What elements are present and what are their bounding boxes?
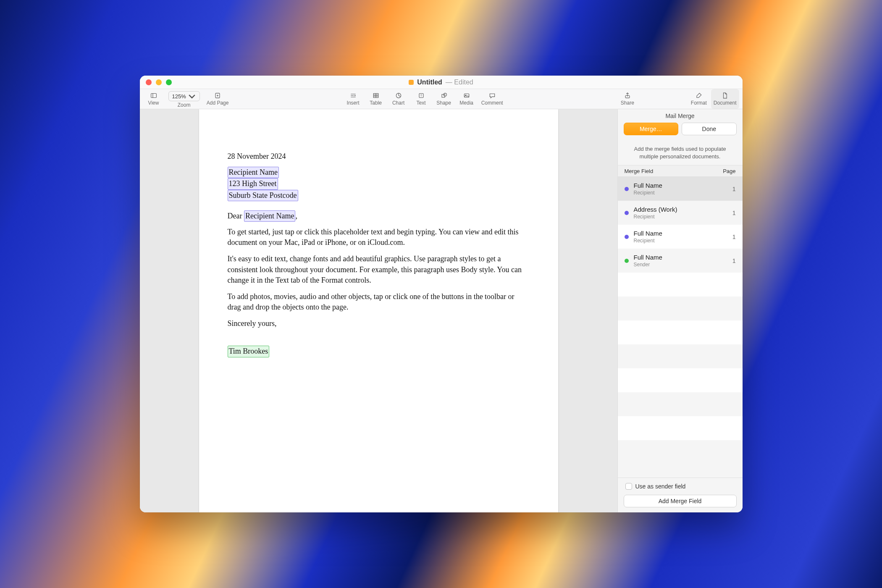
- row-name: Full Name: [634, 230, 662, 237]
- app-window: Untitled — Edited View 125% Zoom Add Pag…: [140, 76, 743, 512]
- brush-icon: [695, 92, 703, 99]
- empty-row: [618, 344, 743, 368]
- empty-row: [618, 368, 743, 392]
- insert-icon: [349, 92, 357, 99]
- panel-footer: Use as sender field Add Merge Field: [618, 478, 743, 512]
- merge-field-address[interactable]: 123 High Street: [228, 178, 278, 189]
- view-button[interactable]: View: [143, 89, 164, 109]
- add-page-button[interactable]: Add Page: [204, 89, 231, 109]
- zoom-button[interactable]: 125% Zoom: [166, 89, 202, 109]
- merge-field-suburb[interactable]: Suburb State Postcode: [228, 190, 298, 201]
- format-button[interactable]: Format: [688, 89, 709, 109]
- empty-row: [618, 320, 743, 344]
- row-sub: Recipient: [634, 214, 677, 220]
- row-name: Address (Work): [634, 206, 677, 213]
- document-canvas[interactable]: 28 November 2024 Recipient Name 123 High…: [140, 109, 617, 512]
- merge-field-rows: Full Name Recipient 1 Address (Work) Rec…: [618, 177, 743, 478]
- text-icon: T: [417, 92, 425, 99]
- view-label: View: [148, 100, 159, 106]
- zoom-select[interactable]: 125%: [168, 91, 200, 101]
- share-button[interactable]: Share: [617, 89, 638, 109]
- document-icon: [721, 92, 729, 99]
- merge-field-row[interactable]: Full Name Recipient 1: [618, 177, 743, 201]
- bullet-icon: [625, 211, 629, 215]
- close-icon[interactable]: [146, 79, 152, 85]
- merge-field-sender-name[interactable]: Tim Brookes: [228, 346, 270, 357]
- table-icon: [372, 92, 380, 99]
- body-paragraph-1[interactable]: To get started, just tap or click this p…: [228, 227, 530, 248]
- insert-label: Insert: [347, 100, 360, 106]
- svg-rect-0: [151, 94, 156, 98]
- svg-text:T: T: [420, 94, 422, 97]
- format-label: Format: [691, 100, 707, 106]
- done-button[interactable]: Done: [682, 123, 737, 135]
- salutation-line[interactable]: Dear Recipient Name,: [228, 210, 530, 222]
- shape-label: Shape: [436, 100, 451, 106]
- document-button[interactable]: Document: [711, 89, 739, 109]
- row-sub: Recipient: [634, 190, 662, 196]
- zoom-label: Zoom: [178, 102, 191, 108]
- comment-label: Comment: [481, 100, 503, 106]
- merge-field-recipient-name[interactable]: Recipient Name: [228, 167, 279, 178]
- text-button[interactable]: T Text: [411, 89, 432, 109]
- chart-button[interactable]: Chart: [388, 89, 409, 109]
- row-page: 1: [732, 234, 736, 240]
- merge-field-row[interactable]: Full Name Recipient 1: [618, 225, 743, 249]
- window-title: Untitled — Edited: [409, 79, 473, 86]
- merge-field-table-header: Merge Field Page: [618, 165, 743, 177]
- svg-rect-19: [464, 94, 469, 97]
- minimize-icon[interactable]: [156, 79, 162, 85]
- comment-button[interactable]: Comment: [479, 89, 506, 109]
- media-label: Media: [459, 100, 473, 106]
- address-block[interactable]: Recipient Name 123 High Street Suburb St…: [228, 167, 530, 201]
- row-page: 1: [732, 257, 736, 264]
- page-1[interactable]: 28 November 2024 Recipient Name 123 High…: [199, 109, 558, 512]
- row-name: Full Name: [634, 182, 662, 189]
- checkbox-icon[interactable]: [625, 483, 632, 490]
- document-badge-icon: [409, 80, 414, 85]
- table-button[interactable]: Table: [365, 89, 386, 109]
- document-status: — Edited: [446, 79, 473, 86]
- merge-field-row[interactable]: Address (Work) Recipient 1: [618, 201, 743, 225]
- bullet-icon: [625, 259, 629, 263]
- toolbar-center-group: Insert Table Chart T Text Shape Media: [343, 89, 506, 109]
- toolbar: View 125% Zoom Add Page Insert: [140, 89, 743, 109]
- col-page: Page: [723, 168, 735, 174]
- merge-button[interactable]: Merge…: [624, 123, 679, 135]
- empty-row: [618, 440, 743, 464]
- col-merge-field: Merge Field: [625, 168, 654, 174]
- bullet-icon: [625, 187, 629, 191]
- panel-title: Mail Merge: [618, 109, 743, 123]
- zoom-value: 125%: [172, 93, 186, 100]
- sidebar-icon: [150, 92, 158, 99]
- chart-icon: [394, 92, 403, 99]
- fullscreen-icon[interactable]: [166, 79, 172, 85]
- media-icon: [462, 92, 471, 99]
- shape-button[interactable]: Shape: [433, 89, 454, 109]
- media-button[interactable]: Media: [456, 89, 477, 109]
- salutation-prefix: Dear: [228, 212, 244, 220]
- use-as-sender-checkbox[interactable]: Use as sender field: [624, 483, 737, 490]
- mail-merge-panel: Mail Merge Merge… Done Add the merge fie…: [617, 109, 743, 512]
- empty-row: [618, 416, 743, 440]
- row-sub: Sender: [634, 262, 662, 268]
- text-label: Text: [417, 100, 426, 106]
- plus-page-icon: [213, 92, 222, 99]
- comment-icon: [488, 92, 496, 99]
- salutation-suffix: ,: [295, 212, 297, 220]
- insert-button[interactable]: Insert: [343, 89, 364, 109]
- svg-point-18: [444, 93, 446, 96]
- chart-label: Chart: [392, 100, 404, 106]
- date-line[interactable]: 28 November 2024: [228, 151, 530, 162]
- closing-line[interactable]: Sincerely yours,: [228, 318, 530, 329]
- body-paragraph-2[interactable]: It's easy to edit text, change fonts and…: [228, 254, 530, 286]
- body-paragraph-3[interactable]: To add photos, movies, audio and other o…: [228, 291, 530, 312]
- merge-field-row[interactable]: Full Name Sender 1: [618, 249, 743, 273]
- merge-field-salutation-name[interactable]: Recipient Name: [244, 210, 295, 222]
- sender-line[interactable]: Tim Brookes: [228, 346, 530, 357]
- empty-row: [618, 392, 743, 416]
- empty-row: [618, 297, 743, 320]
- add-merge-field-button[interactable]: Add Merge Field: [624, 495, 737, 507]
- document-title: Untitled: [417, 79, 442, 86]
- row-page: 1: [732, 186, 736, 192]
